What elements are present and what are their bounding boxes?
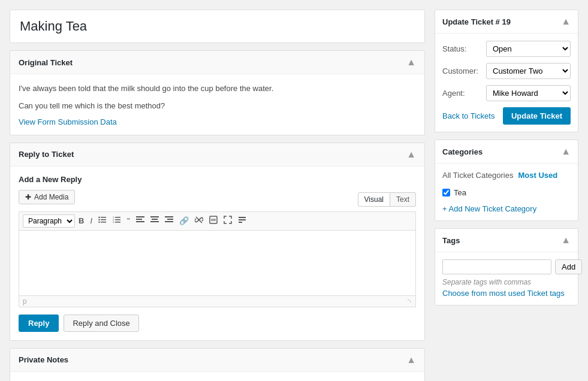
svg-rect-14 <box>136 221 144 222</box>
update-ticket-button[interactable]: Update Ticket <box>503 107 571 125</box>
tags-title: Tags <box>442 236 460 245</box>
tags-panel: Tags ▲ Add Separate tags with commas Cho… <box>435 228 578 306</box>
original-ticket-collapse-icon[interactable]: ▲ <box>406 57 416 68</box>
add-category-link[interactable]: + Add New Ticket Category <box>442 204 571 213</box>
private-notes-title: Private Notes <box>19 355 68 364</box>
svg-rect-15 <box>150 216 159 217</box>
customer-select[interactable]: Customer Two <box>486 63 571 79</box>
customer-field-row: Customer: Customer Two <box>442 63 571 79</box>
bold-button[interactable]: B <box>76 215 86 226</box>
update-ticket-body: Status: Open Customer: Customer Two Agen… <box>435 34 578 132</box>
ul-button[interactable] <box>96 214 109 227</box>
agent-label: Agent: <box>442 89 481 98</box>
svg-rect-6 <box>115 217 120 218</box>
tags-hint: Separate tags with commas <box>442 278 571 286</box>
agent-select[interactable]: Mike Howard <box>486 85 571 101</box>
private-notes-header: Private Notes ▲ <box>10 349 424 372</box>
align-right-button[interactable] <box>162 215 176 226</box>
fullscreen-button[interactable] <box>221 214 234 227</box>
align-left-button[interactable] <box>134 215 147 226</box>
back-to-tickets-link[interactable]: Back to Tickets <box>442 111 494 120</box>
unlink-button[interactable] <box>192 214 206 227</box>
insert-button[interactable] <box>207 214 220 227</box>
svg-rect-24 <box>239 217 246 218</box>
ticket-text-line1: I've always been told that the milk shou… <box>19 83 416 95</box>
ol-button[interactable]: 1.2.3. <box>110 214 123 227</box>
category-tabs: All Ticket Categories Most Used <box>442 171 571 180</box>
private-notes-collapse-icon[interactable]: ▲ <box>406 355 416 365</box>
view-form-link[interactable]: View Form Submission Data <box>19 117 117 126</box>
ticket-actions-row: Back to Tickets Update Ticket <box>442 107 571 125</box>
tags-header: Tags ▲ <box>435 229 578 252</box>
paragraph-select[interactable]: Paragraph <box>23 214 75 228</box>
add-tag-button[interactable]: Add <box>555 259 582 274</box>
svg-rect-18 <box>165 216 173 217</box>
reply-ticket-collapse-icon[interactable]: ▲ <box>406 149 416 160</box>
svg-rect-25 <box>239 219 246 220</box>
tab-visual[interactable]: Visual <box>358 192 390 207</box>
reply-button[interactable]: Reply <box>19 315 59 332</box>
choose-tags-link[interactable]: Choose from most used Ticket tags <box>442 289 565 298</box>
original-ticket-title: Original Ticket <box>19 58 73 67</box>
add-media-button[interactable]: ✚ Add Media <box>19 190 75 204</box>
svg-rect-13 <box>136 219 142 220</box>
editor-footer: p ⤡ <box>19 296 416 307</box>
reply-editor[interactable] <box>19 230 416 296</box>
add-media-label: Add Media <box>34 193 68 201</box>
side-column: Update Ticket # 19 ▲ Status: Open Custom… <box>435 10 578 381</box>
tab-most-used[interactable]: Most Used <box>518 171 558 180</box>
svg-rect-12 <box>136 216 144 217</box>
reply-close-button[interactable]: Reply and Close <box>64 315 138 332</box>
more-toolbar-button[interactable] <box>236 214 249 227</box>
svg-rect-17 <box>150 221 159 222</box>
original-ticket-panel: Original Ticket ▲ I've always been told … <box>10 50 425 135</box>
status-field-row: Status: Open <box>442 41 571 57</box>
editor-toolbar-row: ✚ Add Media Visual Text <box>19 190 416 209</box>
update-ticket-collapse-icon[interactable]: ▲ <box>561 16 571 27</box>
svg-rect-23 <box>211 219 216 221</box>
reply-ticket-body: Add a New Reply ✚ Add Media Visual Text <box>10 167 424 340</box>
italic-button[interactable]: I <box>88 215 95 226</box>
svg-rect-26 <box>239 222 242 223</box>
ticket-text-line2: Can you tell me which is the best method… <box>19 100 416 113</box>
update-ticket-title: Update Ticket # 19 <box>442 17 511 26</box>
align-center-button[interactable] <box>148 215 161 226</box>
reply-ticket-panel: Reply to Ticket ▲ Add a New Reply ✚ Add … <box>10 143 425 341</box>
reply-ticket-title: Reply to Ticket <box>19 150 74 159</box>
svg-rect-0 <box>101 217 106 218</box>
svg-point-5 <box>98 222 99 223</box>
status-select[interactable]: Open <box>486 41 571 57</box>
editor-resize[interactable]: ⤡ <box>407 297 412 306</box>
customer-label: Customer: <box>442 66 481 75</box>
svg-point-3 <box>98 217 99 218</box>
svg-rect-19 <box>167 219 173 220</box>
update-ticket-header: Update Ticket # 19 ▲ <box>435 10 578 34</box>
link-button[interactable]: 🔗 <box>177 215 191 226</box>
category-item: Tea <box>442 186 571 199</box>
tags-body: Add Separate tags with commas Choose fro… <box>435 252 578 305</box>
editor-tabs: Visual Text <box>358 192 416 207</box>
blockquote-button[interactable]: " <box>125 215 132 226</box>
status-label: Status: <box>442 44 481 53</box>
svg-text:3.: 3. <box>113 220 114 223</box>
update-ticket-panel: Update Ticket # 19 ▲ Status: Open Custom… <box>435 10 578 132</box>
svg-rect-8 <box>115 222 120 223</box>
category-checkbox-tea[interactable] <box>442 189 450 196</box>
tag-input-row: Add <box>442 259 571 274</box>
tag-input[interactable] <box>442 259 551 274</box>
reply-ticket-header: Reply to Ticket ▲ <box>10 143 424 167</box>
reply-actions: Reply Reply and Close <box>19 315 416 332</box>
private-notes-body: Add a New Note <box>10 372 424 381</box>
page-title: Making Tea <box>10 10 425 43</box>
svg-point-4 <box>98 219 99 220</box>
tags-collapse-icon[interactable]: ▲ <box>561 235 571 246</box>
categories-collapse-icon[interactable]: ▲ <box>561 146 571 157</box>
original-ticket-body: I've always been told that the milk shou… <box>10 74 424 135</box>
tab-text[interactable]: Text <box>390 192 416 207</box>
tab-all-categories[interactable]: All Ticket Categories <box>442 171 514 180</box>
original-ticket-header: Original Ticket ▲ <box>10 51 424 74</box>
add-media-icon: ✚ <box>25 193 31 201</box>
private-notes-panel: Private Notes ▲ Add a New Note <box>10 348 425 381</box>
svg-rect-16 <box>152 219 158 220</box>
categories-title: Categories <box>442 147 483 156</box>
